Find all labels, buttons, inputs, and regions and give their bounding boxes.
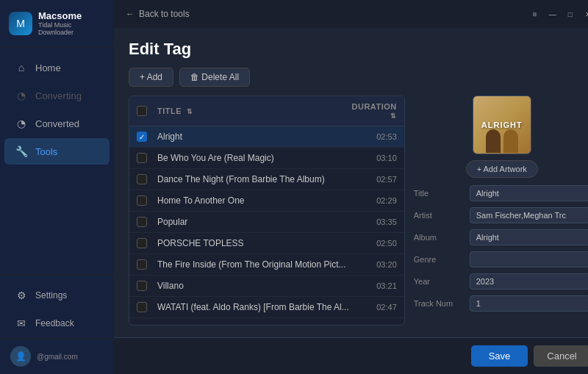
track-duration: 03:35 [349, 217, 397, 226]
settings-label: Settings [35, 290, 67, 301]
sidebar-item-converting[interactable]: ◔ Converting [4, 82, 110, 109]
tools-icon: 🔧 [15, 145, 28, 157]
track-title: Dance The Night (From Barbie The Album) [157, 174, 349, 184]
track-duration: 03:10 [349, 154, 397, 162]
artwork-image: ALRIGHT [473, 96, 531, 154]
track-title: Villano [157, 281, 349, 291]
album-input[interactable] [470, 229, 588, 245]
logo-text: Macsome Tidal Music Downloader [38, 10, 105, 36]
title-field-row: Title [414, 185, 588, 201]
track-checkbox[interactable] [137, 217, 147, 227]
back-label: Back to tools [139, 9, 190, 19]
title-input[interactable] [470, 185, 588, 201]
sidebar-item-label: Converted [35, 118, 79, 129]
track-row[interactable]: Villano 03:21 [129, 276, 404, 297]
row-check [137, 195, 157, 206]
logo-icon: M [9, 12, 32, 35]
window-controls: ≡ — □ ✕ [530, 9, 588, 19]
menu-icon[interactable]: ≡ [530, 9, 540, 19]
cancel-button[interactable]: Cancel [534, 345, 588, 367]
back-arrow-icon: ← [126, 9, 135, 19]
row-check [137, 153, 157, 163]
track-checkbox[interactable]: ✓ [137, 132, 147, 142]
track-checkbox[interactable] [137, 259, 147, 270]
row-check: ✓ [137, 132, 157, 142]
duration-sort-icon[interactable]: ⇅ [390, 112, 397, 120]
sidebar-item-label: Home [35, 62, 61, 73]
app-logo: M Macsome Tidal Music Downloader [0, 0, 114, 47]
row-check [137, 217, 157, 227]
track-duration: 02:50 [349, 239, 397, 248]
feedback-icon: ✉ [15, 317, 28, 329]
track-row[interactable]: PORSCHE TOPLESS 02:50 [129, 233, 404, 254]
header-title: TITLE ⇅ [157, 107, 349, 115]
track-row[interactable]: Be Who You Are (Real Magic) 03:10 [129, 148, 404, 169]
year-field-row: Year [414, 273, 588, 290]
track-checkbox[interactable] [137, 153, 147, 163]
title-label: Title [414, 189, 464, 198]
track-row[interactable]: Home To Another One 02:29 [129, 190, 404, 212]
title-sort-icon[interactable]: ⇅ [187, 108, 193, 115]
track-checkbox[interactable] [137, 281, 147, 291]
track-num-input[interactable] [470, 295, 588, 312]
track-num-field-row: Track Num [414, 295, 588, 312]
delete-all-button[interactable]: 🗑 Delete All [179, 68, 250, 87]
row-check [137, 259, 157, 270]
app-subtitle: Tidal Music Downloader [38, 21, 105, 36]
sidebar-item-label: Tools [35, 146, 57, 157]
track-rows: ✓ Alright 02:53 Be Who You Are (Real Mag… [129, 126, 404, 325]
user-email: @gmail.com [37, 353, 78, 361]
track-checkbox[interactable] [137, 238, 147, 248]
genre-label: Genre [414, 255, 464, 264]
add-artwork-button[interactable]: + Add Artwork [466, 160, 538, 178]
save-button[interactable]: Save [471, 345, 528, 367]
titlebar: ← Back to tools ≡ — □ ✕ [114, 0, 588, 28]
track-row[interactable]: Popular 03:35 [129, 212, 404, 233]
back-to-tools-link[interactable]: ← Back to tools [126, 9, 190, 19]
tag-fields: Title Artist Album Genre [414, 185, 588, 312]
track-title: Be Who You Are (Real Magic) [157, 153, 349, 163]
track-title: The Fire Inside (From The Original Motio… [157, 259, 349, 270]
track-duration: 02:53 [349, 132, 397, 141]
sidebar-item-label: Converting [35, 90, 82, 101]
row-check [137, 281, 157, 291]
sidebar-item-home[interactable]: ⌂ Home [4, 54, 110, 81]
year-label: Year [414, 277, 464, 286]
converting-icon: ◔ [15, 90, 28, 101]
track-title: PORSCHE TOPLESS [157, 238, 349, 248]
artist-label: Artist [414, 211, 464, 220]
minimize-icon[interactable]: — [548, 9, 558, 19]
artist-field-row: Artist [414, 207, 588, 223]
album-label: Album [414, 233, 464, 242]
year-input[interactable] [470, 273, 588, 290]
track-checkbox[interactable] [137, 302, 147, 312]
page-title: Edit Tag [129, 40, 588, 59]
row-check [137, 302, 157, 312]
genre-input[interactable] [470, 251, 588, 267]
album-field-row: Album [414, 229, 588, 245]
sidebar-item-converted[interactable]: ◔ Converted [4, 110, 110, 137]
add-button[interactable]: + Add [129, 68, 173, 87]
artist-input[interactable] [470, 207, 588, 223]
settings-icon: ⚙ [15, 290, 28, 301]
sidebar-item-settings[interactable]: ⚙ Settings [4, 282, 110, 309]
converted-icon: ◔ [15, 118, 28, 129]
track-row[interactable]: WATATI (feat. Aldo Ranks) [From Barbie T… [129, 297, 404, 318]
sidebar-bottom: ⚙ Settings ✉ Feedback 👤 @gmail.com [0, 274, 114, 374]
main-panel: ← Back to tools ≡ — □ ✕ Edit Tag + Add 🗑… [114, 0, 588, 374]
sidebar-item-feedback[interactable]: ✉ Feedback [4, 310, 110, 337]
select-all-checkbox[interactable] [137, 106, 147, 116]
track-row[interactable]: ✓ Alright 02:53 [129, 126, 404, 148]
track-row[interactable]: The Fire Inside (From The Original Motio… [129, 254, 404, 276]
feedback-label: Feedback [35, 318, 74, 328]
maximize-icon[interactable]: □ [565, 9, 576, 19]
sidebar-item-tools[interactable]: 🔧 Tools [4, 138, 110, 165]
home-icon: ⌂ [15, 62, 28, 73]
close-icon[interactable]: ✕ [583, 9, 588, 19]
artwork-figures [473, 125, 531, 154]
track-checkbox[interactable] [137, 174, 147, 184]
track-list: TITLE ⇅ DURATION ⇅ ✓ Alright 02:53 B [129, 96, 405, 326]
track-row[interactable]: Dance The Night (From Barbie The Album) … [129, 169, 404, 190]
figure-right [503, 129, 518, 153]
track-checkbox[interactable] [137, 195, 147, 206]
